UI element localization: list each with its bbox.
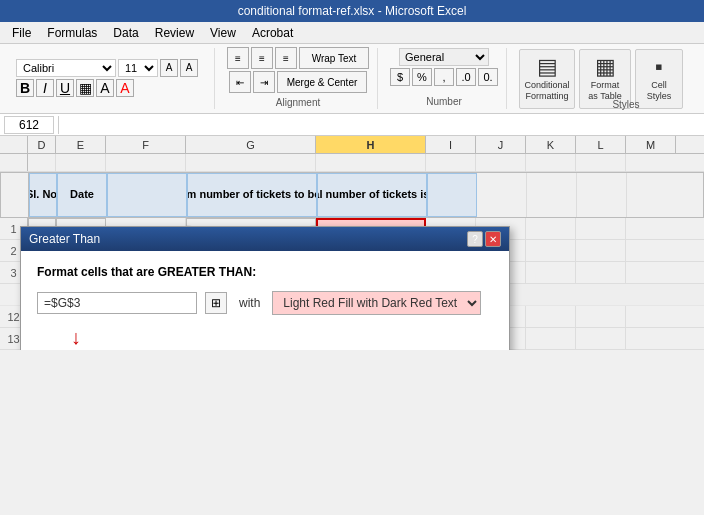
align-right-btn[interactable]: ≡	[275, 47, 297, 69]
cell-g-header[interactable]: Maximum number of tickets to be issued	[187, 173, 317, 217]
conditional-formatting-icon: ▤	[537, 56, 558, 78]
cell-l-12[interactable]	[576, 306, 626, 327]
cell-styles-icon: ▪	[655, 56, 663, 78]
menu-bar: File Formulas Data Review View Acrobat	[0, 22, 704, 44]
cell-f-header[interactable]	[107, 173, 187, 217]
col-header-g[interactable]: G	[186, 136, 316, 153]
cell-k-empty[interactable]	[526, 154, 576, 171]
menu-file[interactable]: File	[4, 24, 39, 42]
formula-bar: 612	[0, 114, 704, 136]
cell-h-empty[interactable]	[316, 154, 426, 171]
increase-font-btn[interactable]: A	[160, 59, 178, 77]
dialog-body: Format cells that are GREATER THAN: ⊞ wi…	[21, 251, 509, 350]
formula-content[interactable]	[63, 124, 700, 126]
styles-section-label: Styles	[612, 97, 639, 112]
number-section-label: Number	[426, 94, 462, 109]
col-header-k[interactable]: K	[526, 136, 576, 153]
cell-l-13[interactable]	[576, 328, 626, 349]
column-headers: D E F G H I J K L M	[0, 136, 704, 154]
merge-cells-btn[interactable]: Merge & Center	[277, 71, 367, 93]
cell-h-header[interactable]: Actual number of tickets issued	[317, 173, 427, 217]
cell-k-13[interactable]	[526, 328, 576, 349]
col-header-j[interactable]: J	[476, 136, 526, 153]
menu-data[interactable]: Data	[105, 24, 146, 42]
cell-reference-box[interactable]: 612	[4, 116, 54, 134]
decrease-font-btn[interactable]: A	[180, 59, 198, 77]
dialog-range-select-btn[interactable]: ⊞	[205, 292, 227, 314]
decrease-decimal-btn[interactable]: 0.	[478, 68, 498, 86]
annotation-text: Remove $	[45, 349, 106, 350]
cell-e-header[interactable]: Date	[57, 173, 107, 217]
font-size-select[interactable]: 11	[118, 59, 158, 77]
menu-formulas[interactable]: Formulas	[39, 24, 105, 42]
dialog-with-label: with	[239, 296, 260, 310]
dialog-title: Greater Than	[29, 232, 100, 246]
dialog-close-btn[interactable]: ✕	[485, 231, 501, 247]
cell-f-empty[interactable]	[106, 154, 186, 171]
cell-l-empty[interactable]	[576, 154, 626, 171]
indent-btn[interactable]: ⇤	[229, 71, 251, 93]
increase-decimal-btn[interactable]: .0	[456, 68, 476, 86]
underline-btn[interactable]: U	[56, 79, 74, 97]
cell-k-3[interactable]	[526, 262, 576, 283]
col-header-l[interactable]: L	[576, 136, 626, 153]
conditional-formatting-btn[interactable]: ▤ ConditionalFormatting	[519, 49, 575, 109]
align-left-btn[interactable]: ≡	[227, 47, 249, 69]
dialog-controls: ? ✕	[467, 231, 501, 247]
comma-btn[interactable]: ,	[434, 68, 454, 86]
ribbon-alignment-section: ≡ ≡ ≡ Wrap Text ⇤ ⇥ Merge & Center Align…	[219, 48, 378, 109]
col-header-i[interactable]: I	[426, 136, 476, 153]
formula-divider	[58, 116, 59, 134]
col-header-e[interactable]: E	[56, 136, 106, 153]
menu-view[interactable]: View	[202, 24, 244, 42]
dialog-format-select[interactable]: Light Red Fill with Dark Red Text Yellow…	[273, 292, 480, 314]
borders-btn[interactable]: ▦	[76, 79, 94, 97]
font-color-btn[interactable]: A	[116, 79, 134, 97]
dialog-help-btn[interactable]: ?	[467, 231, 483, 247]
ribbon-styles-section: ▤ ConditionalFormatting ▦ Formatas Table…	[511, 48, 691, 109]
cell-k-1[interactable]	[526, 218, 576, 239]
cell-k-12[interactable]	[526, 306, 576, 327]
cell-styles-btn[interactable]: ▪ CellStyles	[635, 49, 683, 109]
col-header-d[interactable]: D	[28, 136, 56, 153]
cell-g-empty[interactable]	[186, 154, 316, 171]
italic-btn[interactable]: I	[36, 79, 54, 97]
cell-e-empty[interactable]	[56, 154, 106, 171]
cell-k-2[interactable]	[526, 240, 576, 261]
font-name-select[interactable]: Calibri	[16, 59, 116, 77]
cell-i-header[interactable]	[427, 173, 477, 217]
dialog-annotation: ↓ Remove $	[37, 327, 493, 350]
col-header-f[interactable]: F	[106, 136, 186, 153]
menu-review[interactable]: Review	[147, 24, 202, 42]
ribbon: Calibri 11 A A B I U ▦ A A ≡ ≡ ≡	[0, 44, 704, 114]
outdent-btn[interactable]: ⇥	[253, 71, 275, 93]
number-format-select[interactable]: General	[399, 48, 489, 66]
cell-l-2[interactable]	[576, 240, 626, 261]
menu-acrobat[interactable]: Acrobat	[244, 24, 301, 42]
percent-btn[interactable]: %	[412, 68, 432, 86]
cell-k-header[interactable]	[527, 173, 577, 217]
dialog-prompt: Format cells that are GREATER THAN:	[37, 265, 493, 279]
wrap-text-btn[interactable]: Wrap Text	[299, 47, 369, 69]
cell-i-empty[interactable]	[426, 154, 476, 171]
cell-l-header[interactable]	[577, 173, 627, 217]
cell-d-empty[interactable]	[28, 154, 56, 171]
dialog-value-input[interactable]	[37, 292, 197, 314]
dialog-format-container: Light Red Fill with Dark Red Text Yellow…	[272, 291, 481, 315]
cell-d-header[interactable]: Sl. No.	[29, 173, 57, 217]
bold-btn[interactable]: B	[16, 79, 34, 97]
row-num-header-cell	[1, 173, 29, 217]
format-as-table-icon: ▦	[595, 56, 616, 78]
align-center-btn[interactable]: ≡	[251, 47, 273, 69]
greater-than-dialog: Greater Than ? ✕ Format cells that are G…	[20, 226, 510, 350]
cell-l-1[interactable]	[576, 218, 626, 239]
col-header-m[interactable]: M	[626, 136, 676, 153]
table-row	[0, 154, 704, 172]
col-header-h[interactable]: H	[316, 136, 426, 153]
currency-btn[interactable]: $	[390, 68, 410, 86]
cell-j-header[interactable]	[477, 173, 527, 217]
fill-color-btn[interactable]: A	[96, 79, 114, 97]
alignment-section-label: Alignment	[276, 95, 320, 110]
cell-j-empty[interactable]	[476, 154, 526, 171]
cell-l-3[interactable]	[576, 262, 626, 283]
